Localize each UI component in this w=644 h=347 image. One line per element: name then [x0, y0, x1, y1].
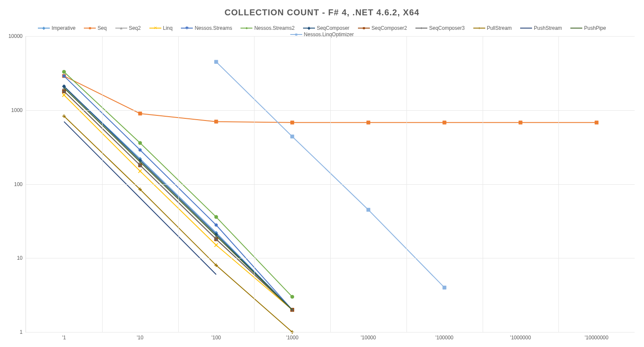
series-marker — [215, 120, 218, 123]
series-marker — [291, 121, 294, 124]
series-marker — [138, 169, 142, 173]
legend-swatch: ■ — [358, 26, 370, 31]
x-axis-tick-label: '100 — [212, 335, 221, 341]
x-axis-tick-label: '1 — [62, 335, 66, 341]
series-marker — [291, 135, 294, 138]
series-marker — [291, 295, 294, 298]
legend-item[interactable]: ▲Seq2 — [115, 25, 141, 31]
y-axis-tick-label: 10000 — [9, 33, 23, 39]
legend-label: Seq — [97, 25, 106, 31]
legend-label: SeqComposer3 — [429, 25, 464, 31]
series-marker — [519, 121, 522, 124]
legend-label: Imperative — [52, 25, 75, 31]
gridline-v — [483, 36, 483, 332]
legend-item[interactable]: ■SeqComposer2 — [358, 25, 407, 31]
legend-label: SeqComposer — [317, 25, 349, 31]
series-marker — [215, 224, 218, 227]
legend-label: Seq2 — [129, 25, 141, 31]
x-axis-tick-label: '10000000 — [585, 335, 609, 341]
series-marker — [595, 121, 598, 124]
y-axis-tick-label: 1000 — [11, 107, 23, 113]
gridline-v — [178, 36, 179, 332]
legend-label: PullStream — [487, 25, 512, 31]
chart-container: COLLECTION COUNT - F# 4, .NET 4.6.2, X64… — [0, 0, 644, 347]
legend-label: Linq — [163, 25, 173, 31]
series-marker — [62, 93, 66, 97]
legend-label: Nessos.Streams2 — [254, 25, 295, 31]
legend-item[interactable]: ●Nessos.Streams2 — [240, 25, 295, 31]
legend-item[interactable]: ■Seq — [84, 25, 106, 31]
x-axis-tick-label: '1000 — [286, 335, 298, 341]
legend-item[interactable]: ◆Imperative — [38, 25, 75, 31]
gridline-v — [406, 36, 407, 332]
y-axis-tick-label: 1 — [20, 329, 23, 335]
legend-swatch: ✱ — [181, 26, 193, 31]
legend-swatch: ● — [240, 26, 252, 31]
legend-swatch: ◆ — [38, 26, 50, 31]
legend-item[interactable]: ◆SeqComposer — [303, 25, 349, 31]
legend-swatch: ■ — [84, 26, 96, 31]
legend-swatch: ✕ — [149, 26, 161, 31]
legend-swatch — [520, 26, 532, 31]
chart-legend: ◆Imperative■Seq▲Seq2✕Linq✱Nessos.Streams… — [0, 25, 644, 37]
gridline-v — [102, 36, 103, 332]
series-marker — [62, 70, 66, 74]
series-marker — [366, 121, 370, 124]
x-axis-tick-label: '10000 — [361, 335, 376, 341]
legend-item[interactable]: PushStream — [520, 25, 562, 31]
series-marker — [215, 215, 218, 219]
legend-label: SeqComposer2 — [372, 25, 407, 31]
gridline-v — [254, 36, 255, 332]
series-marker — [443, 121, 446, 124]
plot-area: 110100100010000'1'10'100'1000'10000'1000… — [26, 36, 635, 333]
chart-title: COLLECTION COUNT - F# 4, .NET 4.6.2, X64 — [0, 8, 644, 17]
legend-item[interactable]: ✕Linq — [149, 25, 173, 31]
legend-swatch: ◆ — [303, 26, 315, 31]
series-marker — [443, 286, 446, 289]
series-marker — [138, 141, 142, 145]
legend-label: PushPipe — [584, 25, 606, 31]
series-marker — [215, 244, 218, 247]
gridline-h — [26, 332, 635, 333]
series-marker — [215, 60, 218, 63]
series-marker — [138, 112, 142, 115]
legend-swatch — [570, 26, 582, 31]
y-axis-tick-label: 10 — [17, 255, 23, 261]
series-marker — [138, 148, 142, 152]
x-axis-tick-label: '10 — [137, 335, 143, 341]
x-axis-tick-label: '100000 — [435, 335, 453, 341]
legend-label: PushStream — [534, 25, 562, 31]
legend-swatch: ＋ — [473, 26, 485, 31]
series-marker — [366, 208, 370, 212]
legend-item[interactable]: ✱Nessos.Streams — [181, 25, 232, 31]
legend-item[interactable]: PushPipe — [570, 25, 606, 31]
legend-item[interactable]: ＋PullStream — [473, 25, 512, 31]
legend-swatch: ＋ — [415, 26, 427, 31]
gridline-v — [558, 36, 559, 332]
legend-label: Nessos.Streams — [195, 25, 232, 31]
gridline-v — [330, 36, 331, 332]
y-axis-tick-label: 100 — [14, 181, 23, 187]
x-axis-tick-label: '1000000 — [510, 335, 531, 341]
legend-item[interactable]: ＋SeqComposer3 — [415, 25, 464, 31]
legend-swatch: ▲ — [115, 26, 127, 31]
